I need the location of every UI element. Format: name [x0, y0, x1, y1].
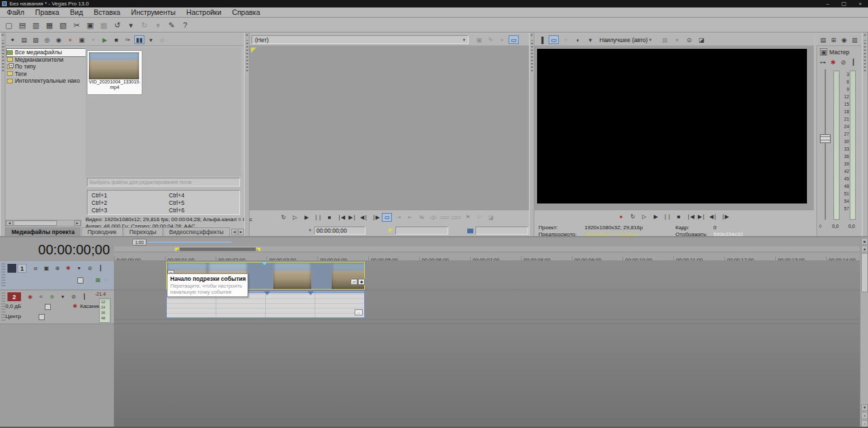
slider-handle[interactable]: [39, 314, 45, 320]
video-track-number[interactable]: 1: [18, 264, 26, 273]
menu-item[interactable]: Инструменты: [125, 8, 180, 16]
solo-icon[interactable]: ┃: [96, 265, 105, 272]
scroll-left-icon[interactable]: ◄: [6, 220, 13, 226]
trimmer-timecode[interactable]: 00:00:00;00: [314, 227, 366, 235]
media-panel-grip[interactable]: ×: [0, 33, 5, 237]
new-project-icon[interactable]: ▢: [3, 20, 15, 31]
phase-invert-icon[interactable]: ⊕: [47, 293, 56, 300]
remove-icon[interactable]: ×: [65, 35, 75, 44]
region-icon[interactable]: ⚐: [474, 213, 484, 222]
go-to-start-icon[interactable]: ❘◀: [685, 212, 695, 221]
zoom-in-track-icon[interactable]: ▪: [861, 412, 868, 419]
preview-grip[interactable]: ×: [529, 33, 534, 237]
audio-track-header[interactable]: 2 ◉≈⊕▾⊘┃ -21.4 0,0 дБ ✱ Касание ▾ Центр …: [0, 290, 114, 324]
insert-bus-icon[interactable]: ▤: [818, 35, 828, 44]
timeline-vscrollbar[interactable]: ⚑ ▲ ▼ ▪ ▫: [860, 237, 868, 428]
bus-fx-icon[interactable]: ✱: [829, 58, 837, 66]
pan-crop-icon[interactable]: ▱: [351, 279, 357, 285]
slider-handle[interactable]: [45, 304, 51, 310]
menu-item[interactable]: Справка: [226, 8, 265, 16]
automation-gear-icon[interactable]: ✱: [71, 303, 79, 310]
menu-item[interactable]: Настройки: [181, 8, 227, 16]
trimmer-workspace[interactable]: [250, 46, 529, 210]
media-panel-tab[interactable]: Медиафайлы проекта: [5, 227, 81, 236]
trimmer-grip[interactable]: ×: [244, 33, 250, 237]
invert-dropdown-icon[interactable]: ▾: [58, 293, 67, 300]
redo-icon[interactable]: ↻: [138, 20, 151, 31]
automation-mode-label[interactable]: Касание: [80, 303, 101, 309]
media-tree-item[interactable]: Интеллектуальные нако: [7, 77, 85, 85]
render-as-icon[interactable]: ▦: [43, 20, 56, 31]
trimmer-save-icon[interactable]: ▣: [474, 35, 484, 44]
stop-icon[interactable]: ■: [324, 213, 334, 222]
get-media-web-icon[interactable]: ◎: [42, 35, 52, 44]
bus-solo-icon[interactable]: ┃: [849, 58, 858, 66]
scroll-thumb[interactable]: [14, 220, 57, 226]
trimmer-tools-icon[interactable]: ✎: [486, 35, 496, 44]
master-fader-handle[interactable]: [820, 134, 831, 143]
bus-routing-icon[interactable]: ⊶: [818, 58, 827, 66]
track-tools-icon[interactable]: ⌐: [102, 276, 111, 284]
project-properties-icon[interactable]: ▧: [57, 20, 69, 31]
step-forward-icon[interactable]: ❘▶: [719, 212, 730, 221]
record-icon[interactable]: ●: [616, 212, 626, 221]
bus-mute-icon[interactable]: ⊘: [839, 58, 848, 66]
import-media-icon[interactable]: ▤: [19, 35, 29, 44]
video-output-fx-icon[interactable]: ▐: [536, 35, 547, 44]
loop-end-icon[interactable]: [256, 248, 260, 252]
media-file-card[interactable]: VID_20201004_133019. mp4: [87, 50, 142, 95]
add-icon[interactable]: +: [88, 35, 98, 44]
envelope-point-icon[interactable]: [264, 292, 270, 295]
record-arm-icon[interactable]: ◉: [26, 293, 35, 300]
scroll-thumb[interactable]: [861, 253, 868, 292]
video-only-icon[interactable]: ▭▭: [439, 213, 450, 222]
marker-tag[interactable]: 1:00: [132, 239, 146, 246]
save-frame-icon[interactable]: ◪: [696, 35, 707, 44]
pause-icon[interactable]: ❘❘: [662, 212, 672, 221]
selection-start-field[interactable]: [395, 227, 448, 235]
preview-quality-dropdown[interactable]: Наилучшее (авто): [599, 37, 648, 43]
media-tree-item[interactable]: Теги: [7, 71, 85, 78]
scroll-right-icon[interactable]: ►: [74, 220, 81, 226]
undo-icon[interactable]: ↺: [111, 20, 123, 31]
play-from-start-icon[interactable]: ▷: [290, 213, 300, 222]
views-dropdown-icon[interactable]: ▾: [146, 35, 156, 44]
capture-frame-icon[interactable]: ✑: [123, 35, 133, 44]
save-icon[interactable]: ▥: [30, 20, 42, 31]
media-panel-tab[interactable]: Проводник: [81, 227, 123, 236]
step-back-icon[interactable]: ◀❘: [708, 212, 718, 221]
expander-icon[interactable]: +: [9, 63, 14, 68]
video-preview-screen[interactable]: [537, 49, 807, 203]
envelope-point-icon[interactable]: [308, 292, 313, 295]
capture-icon[interactable]: ◉: [54, 35, 64, 44]
solo-icon[interactable]: ┃: [80, 293, 89, 300]
mute-output-icon[interactable]: ◉: [840, 35, 849, 44]
save-markers-icon[interactable]: ▭▭: [451, 213, 461, 222]
scroll-down-icon[interactable]: ▼: [861, 404, 868, 411]
overlay-icon[interactable]: ○: [561, 35, 571, 44]
time-ruler[interactable]: 0:00:00:0000:00:01;0000:00:02;0000:00:03…: [114, 252, 860, 261]
track-motion-icon[interactable]: ⧄: [31, 265, 40, 272]
play-icon[interactable]: ▶: [301, 213, 311, 222]
add-to-timeline-icon[interactable]: ▭: [382, 213, 392, 222]
search-icon[interactable]: ◌: [157, 35, 167, 44]
marker-icon[interactable]: ⚑: [462, 213, 473, 222]
preview-play-icon[interactable]: ▶: [100, 35, 110, 44]
loop-start-icon[interactable]: [175, 248, 180, 252]
split-screen-icon[interactable]: ◐: [573, 35, 583, 44]
bypass-motion-blur-icon[interactable]: ⊕: [53, 265, 62, 272]
copy-frame-icon[interactable]: ⊙: [684, 35, 694, 44]
undo-dropdown-icon[interactable]: ▾: [125, 20, 137, 31]
mute-icon[interactable]: ⊘: [85, 265, 94, 272]
track-fx-icon[interactable]: ≈: [37, 293, 45, 300]
preview-stop-icon[interactable]: ■: [111, 35, 121, 44]
fader-lock-icon[interactable]: ◊: [819, 224, 821, 229]
preview-mode-icon[interactable]: ▦: [660, 35, 670, 44]
bus-icon[interactable]: ▣: [820, 48, 827, 56]
track-grip[interactable]: [1, 263, 5, 286]
media-tree-item[interactable]: Медианакопители: [7, 56, 85, 64]
minimize-button[interactable]: –: [826, 1, 829, 7]
menu-item[interactable]: Файл: [1, 8, 30, 16]
mute-icon[interactable]: ⊘: [69, 293, 78, 300]
compositing-mode-icon[interactable]: ✱: [64, 265, 73, 272]
